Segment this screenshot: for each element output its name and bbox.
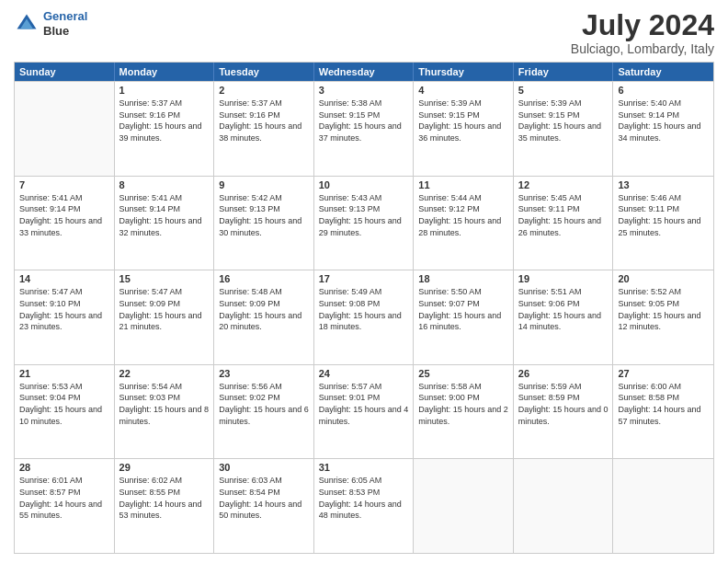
cell-date: 30 xyxy=(219,462,309,473)
header-day-tuesday: Tuesday xyxy=(214,63,314,81)
logo-line2: Blue xyxy=(43,24,87,39)
cell-date: 5 xyxy=(518,85,609,96)
calendar-cell: 2Sunrise: 5:37 AMSunset: 9:16 PMDaylight… xyxy=(214,82,314,176)
month-year: July 2024 xyxy=(571,9,714,41)
cell-info: Sunrise: 5:40 AMSunset: 9:14 PMDaylight:… xyxy=(618,98,709,144)
cell-info: Sunrise: 5:39 AMSunset: 9:15 PMDaylight:… xyxy=(418,98,508,144)
header-day-saturday: Saturday xyxy=(613,63,713,81)
calendar-cell: 21Sunrise: 5:53 AMSunset: 9:04 PMDayligh… xyxy=(15,365,115,459)
cell-info: Sunrise: 5:49 AMSunset: 9:08 PMDaylight:… xyxy=(319,286,409,332)
calendar-cell: 27Sunrise: 6:00 AMSunset: 8:58 PMDayligh… xyxy=(613,365,713,459)
cell-date: 18 xyxy=(418,273,508,284)
calendar-row-5: 28Sunrise: 6:01 AMSunset: 8:57 PMDayligh… xyxy=(15,458,713,553)
calendar-cell xyxy=(514,459,614,553)
cell-info: Sunrise: 5:45 AMSunset: 9:11 PMDaylight:… xyxy=(518,192,609,238)
cell-info: Sunrise: 5:56 AMSunset: 9:02 PMDaylight:… xyxy=(219,381,309,427)
calendar-cell: 6Sunrise: 5:40 AMSunset: 9:14 PMDaylight… xyxy=(613,82,713,176)
cell-info: Sunrise: 5:52 AMSunset: 9:05 PMDaylight:… xyxy=(618,286,709,332)
cell-info: Sunrise: 5:41 AMSunset: 9:14 PMDaylight:… xyxy=(119,192,210,238)
header: General Blue July 2024 Bulciago, Lombard… xyxy=(14,9,714,56)
calendar-cell: 26Sunrise: 5:59 AMSunset: 8:59 PMDayligh… xyxy=(514,365,614,459)
header-day-friday: Friday xyxy=(514,63,614,81)
cell-date: 9 xyxy=(219,179,309,190)
cell-date: 25 xyxy=(418,368,508,379)
calendar-cell: 7Sunrise: 5:41 AMSunset: 9:14 PMDaylight… xyxy=(15,177,115,270)
calendar-cell xyxy=(414,459,514,553)
calendar-cell: 25Sunrise: 5:58 AMSunset: 9:00 PMDayligh… xyxy=(414,365,514,459)
cell-date: 17 xyxy=(319,273,409,284)
calendar-header: SundayMondayTuesdayWednesdayThursdayFrid… xyxy=(15,63,713,81)
calendar-body: 1Sunrise: 5:37 AMSunset: 9:16 PMDaylight… xyxy=(15,81,713,553)
calendar-cell: 31Sunrise: 6:05 AMSunset: 8:53 PMDayligh… xyxy=(314,459,415,553)
cell-date: 29 xyxy=(119,462,210,473)
calendar-cell: 12Sunrise: 5:45 AMSunset: 9:11 PMDayligh… xyxy=(514,177,614,270)
header-day-wednesday: Wednesday xyxy=(314,63,415,81)
calendar-row-3: 14Sunrise: 5:47 AMSunset: 9:10 PMDayligh… xyxy=(15,270,713,364)
calendar-cell: 1Sunrise: 5:37 AMSunset: 9:16 PMDaylight… xyxy=(115,82,215,176)
cell-info: Sunrise: 5:47 AMSunset: 9:10 PMDaylight:… xyxy=(19,286,109,332)
cell-info: Sunrise: 5:41 AMSunset: 9:14 PMDaylight:… xyxy=(19,192,109,238)
cell-info: Sunrise: 6:05 AMSunset: 8:53 PMDaylight:… xyxy=(319,475,409,521)
cell-info: Sunrise: 5:57 AMSunset: 9:01 PMDaylight:… xyxy=(319,381,409,427)
calendar-cell: 30Sunrise: 6:03 AMSunset: 8:54 PMDayligh… xyxy=(214,459,314,553)
cell-info: Sunrise: 5:54 AMSunset: 9:03 PMDaylight:… xyxy=(119,381,210,427)
cell-date: 13 xyxy=(618,179,709,190)
cell-date: 22 xyxy=(119,368,210,379)
cell-info: Sunrise: 6:01 AMSunset: 8:57 PMDaylight:… xyxy=(19,475,109,521)
title-block: July 2024 Bulciago, Lombardy, Italy xyxy=(571,9,714,56)
cell-info: Sunrise: 5:47 AMSunset: 9:09 PMDaylight:… xyxy=(119,286,210,332)
page: General Blue July 2024 Bulciago, Lombard… xyxy=(0,0,728,563)
calendar-cell: 5Sunrise: 5:39 AMSunset: 9:15 PMDaylight… xyxy=(514,82,614,176)
cell-info: Sunrise: 5:37 AMSunset: 9:16 PMDaylight:… xyxy=(119,98,210,144)
calendar-cell: 24Sunrise: 5:57 AMSunset: 9:01 PMDayligh… xyxy=(314,365,415,459)
cell-date: 6 xyxy=(618,85,709,96)
cell-date: 1 xyxy=(119,85,210,96)
cell-date: 14 xyxy=(19,273,109,284)
calendar-row-4: 21Sunrise: 5:53 AMSunset: 9:04 PMDayligh… xyxy=(15,364,713,459)
location: Bulciago, Lombardy, Italy xyxy=(571,41,714,56)
cell-info: Sunrise: 5:44 AMSunset: 9:12 PMDaylight:… xyxy=(418,192,508,238)
calendar-cell xyxy=(15,82,115,176)
cell-info: Sunrise: 5:38 AMSunset: 9:15 PMDaylight:… xyxy=(319,98,409,144)
cell-date: 24 xyxy=(319,368,409,379)
calendar-cell: 28Sunrise: 6:01 AMSunset: 8:57 PMDayligh… xyxy=(15,459,115,553)
cell-info: Sunrise: 5:39 AMSunset: 9:15 PMDaylight:… xyxy=(518,98,609,144)
cell-info: Sunrise: 6:00 AMSunset: 8:58 PMDaylight:… xyxy=(618,381,709,427)
cell-date: 4 xyxy=(418,85,508,96)
cell-date: 2 xyxy=(219,85,309,96)
cell-info: Sunrise: 5:58 AMSunset: 9:00 PMDaylight:… xyxy=(418,381,508,427)
cell-info: Sunrise: 5:59 AMSunset: 8:59 PMDaylight:… xyxy=(518,381,609,427)
cell-info: Sunrise: 5:51 AMSunset: 9:06 PMDaylight:… xyxy=(518,286,609,332)
header-day-monday: Monday xyxy=(115,63,215,81)
cell-date: 3 xyxy=(319,85,409,96)
cell-date: 11 xyxy=(418,179,508,190)
calendar-cell: 29Sunrise: 6:02 AMSunset: 8:55 PMDayligh… xyxy=(115,459,215,553)
calendar: SundayMondayTuesdayWednesdayThursdayFrid… xyxy=(14,62,714,554)
cell-date: 31 xyxy=(319,462,409,473)
calendar-cell: 18Sunrise: 5:50 AMSunset: 9:07 PMDayligh… xyxy=(414,270,514,364)
cell-date: 28 xyxy=(19,462,109,473)
cell-date: 21 xyxy=(19,368,109,379)
logo-icon xyxy=(14,11,40,37)
cell-info: Sunrise: 5:37 AMSunset: 9:16 PMDaylight:… xyxy=(219,98,309,144)
calendar-cell: 4Sunrise: 5:39 AMSunset: 9:15 PMDaylight… xyxy=(414,82,514,176)
cell-info: Sunrise: 5:46 AMSunset: 9:11 PMDaylight:… xyxy=(618,192,709,238)
calendar-cell: 8Sunrise: 5:41 AMSunset: 9:14 PMDaylight… xyxy=(115,177,215,270)
calendar-cell xyxy=(613,459,713,553)
logo-text: General Blue xyxy=(43,9,87,38)
cell-date: 16 xyxy=(219,273,309,284)
calendar-cell: 20Sunrise: 5:52 AMSunset: 9:05 PMDayligh… xyxy=(613,270,713,364)
calendar-cell: 14Sunrise: 5:47 AMSunset: 9:10 PMDayligh… xyxy=(15,270,115,364)
cell-date: 23 xyxy=(219,368,309,379)
calendar-cell: 16Sunrise: 5:48 AMSunset: 9:09 PMDayligh… xyxy=(214,270,314,364)
header-day-thursday: Thursday xyxy=(414,63,514,81)
cell-date: 19 xyxy=(518,273,609,284)
calendar-cell: 10Sunrise: 5:43 AMSunset: 9:13 PMDayligh… xyxy=(314,177,415,270)
cell-date: 20 xyxy=(618,273,709,284)
calendar-cell: 23Sunrise: 5:56 AMSunset: 9:02 PMDayligh… xyxy=(214,365,314,459)
cell-info: Sunrise: 5:42 AMSunset: 9:13 PMDaylight:… xyxy=(219,192,309,238)
calendar-cell: 19Sunrise: 5:51 AMSunset: 9:06 PMDayligh… xyxy=(514,270,614,364)
cell-date: 12 xyxy=(518,179,609,190)
calendar-cell: 13Sunrise: 5:46 AMSunset: 9:11 PMDayligh… xyxy=(613,177,713,270)
cell-date: 15 xyxy=(119,273,210,284)
